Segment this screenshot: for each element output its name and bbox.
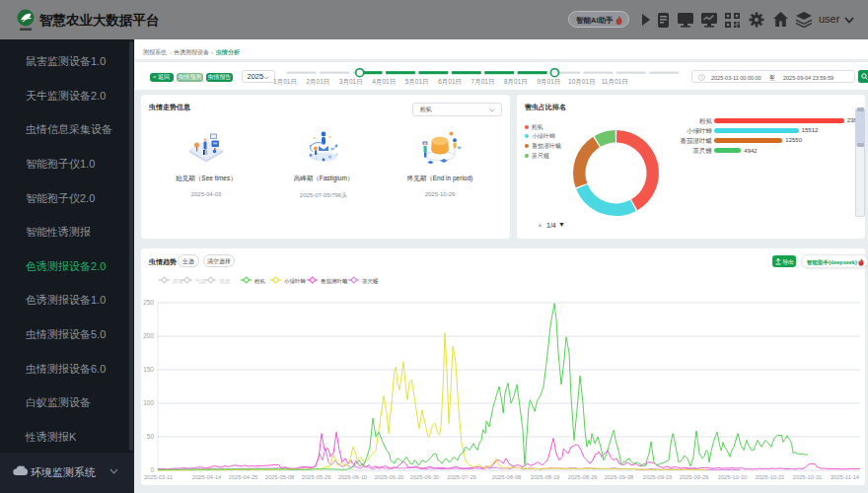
- svg-text:粉虱: 粉虱: [254, 278, 266, 285]
- svg-text:2025-05-29: 2025-05-29: [302, 474, 331, 480]
- svg-text:2025-06-10: 2025-06-10: [338, 474, 368, 480]
- svg-text:2025-04-14: 2025-04-14: [192, 474, 222, 480]
- svg-text:2025-10-10: 2025-10-10: [718, 474, 748, 480]
- svg-text:2025-03-11: 2025-03-11: [144, 474, 173, 480]
- svg-text:2025-09-29: 2025-09-29: [680, 474, 709, 480]
- svg-text:200: 200: [143, 332, 154, 339]
- svg-text:2025-08-08: 2025-08-08: [492, 474, 522, 480]
- svg-text:番茄潜叶蛾: 番茄潜叶蛾: [321, 278, 348, 285]
- svg-text:2025-11-14: 2025-11-14: [831, 474, 860, 480]
- svg-text:2025-09-19: 2025-09-19: [643, 474, 673, 480]
- svg-text:茶尺蠖: 茶尺蠖: [362, 278, 379, 285]
- svg-text:100: 100: [143, 399, 154, 406]
- svg-text:气温: 气温: [195, 278, 207, 285]
- svg-text:50: 50: [147, 433, 155, 440]
- svg-text:2025-10-21: 2025-10-21: [756, 474, 785, 480]
- svg-text:2025-08-19: 2025-08-19: [531, 474, 560, 480]
- svg-text:250: 250: [143, 299, 154, 306]
- svg-text:2025-06-30: 2025-06-30: [410, 474, 440, 480]
- svg-text:2025-10-31: 2025-10-31: [793, 474, 823, 480]
- svg-text:150: 150: [143, 366, 154, 373]
- svg-text:湿度: 湿度: [219, 278, 231, 285]
- svg-text:2025-04-25: 2025-04-25: [229, 474, 258, 480]
- svg-text:2025-09-08: 2025-09-08: [605, 474, 634, 480]
- svg-text:2025-05-08: 2025-05-08: [265, 474, 295, 480]
- svg-text:2025-07-29: 2025-07-29: [447, 474, 476, 480]
- svg-text:2025-08-29: 2025-08-29: [568, 474, 598, 480]
- svg-text:0: 0: [150, 466, 154, 473]
- svg-text:小绿叶蝉: 小绿叶蝉: [283, 278, 307, 284]
- svg-text:2025-06-20: 2025-06-20: [375, 474, 404, 480]
